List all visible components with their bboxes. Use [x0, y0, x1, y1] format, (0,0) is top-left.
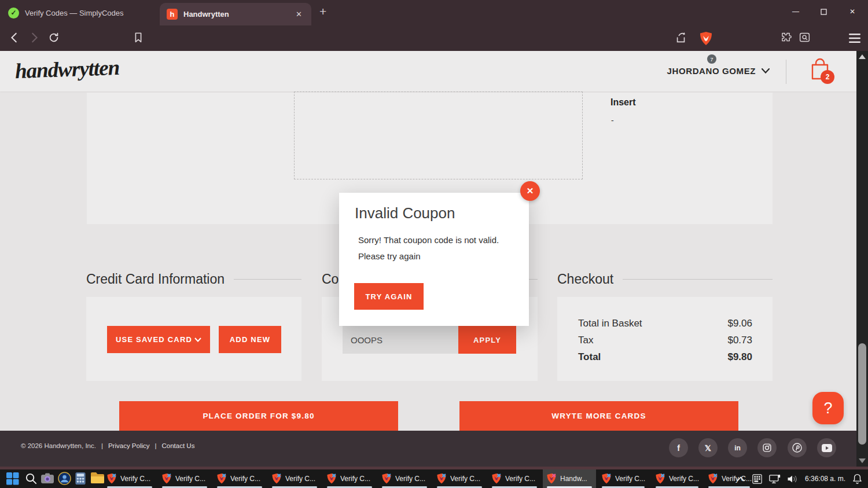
- header-separator: [786, 60, 786, 84]
- extensions-button[interactable]: [780, 31, 792, 43]
- tab-handwrytten[interactable]: h Handwrytten ✕: [160, 3, 311, 25]
- scroll-down-arrow[interactable]: [859, 458, 866, 463]
- contact-us-link[interactable]: Contact Us: [162, 442, 195, 449]
- footer-separator: |: [155, 442, 157, 449]
- modal-close-button[interactable]: ✕: [520, 181, 540, 201]
- share-button[interactable]: [675, 31, 687, 44]
- window-title: Verify C...: [669, 475, 699, 483]
- reload-icon: [47, 31, 60, 44]
- ime-grid-icon[interactable]: [752, 474, 762, 484]
- row-label: Tax: [578, 332, 593, 348]
- taskbar-window-button[interactable]: Verify C...: [598, 469, 649, 488]
- taskbar-window-button[interactable]: Verify C...: [488, 469, 541, 488]
- taskbar-window-button[interactable]: Verify C...: [323, 469, 376, 488]
- tray-expand-icon[interactable]: [737, 476, 745, 482]
- network-icon[interactable]: [769, 474, 781, 484]
- place-order-button[interactable]: PLACE ORDER FOR $9.80: [119, 401, 398, 431]
- window-close-button[interactable]: ✕: [839, 0, 866, 23]
- user-name: JHORDANO GOMEZ: [667, 66, 756, 76]
- linkedin-icon[interactable]: in: [728, 438, 747, 457]
- taskbar-window-button-active[interactable]: Handw...: [543, 469, 596, 488]
- insert-value: -: [611, 116, 614, 125]
- privacy-policy-link[interactable]: Privacy Policy: [108, 442, 150, 449]
- calculator-icon: [75, 472, 86, 485]
- window-title: Verify C...: [450, 475, 480, 483]
- camera-app-button[interactable]: [41, 472, 54, 485]
- menu-button[interactable]: [848, 33, 861, 43]
- bookmark-button[interactable]: [132, 31, 145, 44]
- cart-count-badge: 2: [821, 70, 834, 84]
- instagram-glyph: [762, 443, 772, 453]
- new-tab-button[interactable]: +: [319, 5, 326, 19]
- youtube-glyph: [822, 444, 832, 452]
- window-minimize-button[interactable]: —: [782, 0, 809, 23]
- search-panel-button[interactable]: [799, 31, 811, 43]
- reload-button[interactable]: [47, 31, 60, 44]
- facebook-icon[interactable]: f: [669, 438, 688, 457]
- help-button[interactable]: ?: [812, 392, 844, 424]
- start-button[interactable]: [6, 472, 19, 485]
- write-more-cards-button[interactable]: WRYTE MORE CARDS: [459, 401, 738, 431]
- forward-button[interactable]: [28, 31, 41, 44]
- handwrytten-logo[interactable]: handwrytten: [14, 55, 120, 83]
- taskbar-window-button[interactable]: Verify C...: [378, 469, 431, 488]
- windows-logo-icon: [6, 472, 19, 485]
- brave-window-icon: [271, 473, 282, 485]
- clock[interactable]: 6:36:08 a. m.: [805, 475, 845, 483]
- try-again-button[interactable]: TRY AGAIN: [354, 283, 424, 310]
- row-value: $9.06: [727, 315, 752, 332]
- account-app-button[interactable]: [58, 472, 71, 485]
- add-new-button[interactable]: ADD NEW: [219, 326, 281, 353]
- use-saved-card-label: USE SAVED CARD: [116, 335, 192, 344]
- brave-window-icon: [491, 473, 502, 485]
- checkout-panel: Total in Basket $9.06 Tax $0.73 Total $9…: [557, 297, 773, 381]
- user-menu[interactable]: JHORDANO GOMEZ: [667, 66, 770, 76]
- scroll-up-arrow[interactable]: [859, 54, 866, 59]
- calculator-app-button[interactable]: [75, 472, 86, 485]
- taskbar-window-button[interactable]: Verify C...: [652, 469, 703, 488]
- row-label: Total: [578, 348, 601, 365]
- taskbar-window-button[interactable]: Verify C...: [158, 469, 211, 488]
- shield-count-badge: 7: [707, 54, 716, 64]
- row-value: $0.73: [727, 332, 752, 348]
- taskbar-window-button[interactable]: Verify C...: [433, 469, 486, 488]
- share-icon: [675, 31, 687, 44]
- taskbar-window-button[interactable]: Verify C...: [213, 469, 266, 488]
- heading-rule: [623, 279, 773, 280]
- brave-window-icon: [216, 473, 227, 485]
- page-content: handwrytten JHORDANO GOMEZ 2 Insert - Cr…: [0, 51, 856, 431]
- use-saved-card-button[interactable]: USE SAVED CARD: [107, 326, 210, 353]
- brave-window-icon: [381, 473, 392, 485]
- copyright-text: © 2026 Handwrytten, Inc.: [21, 442, 96, 449]
- brave-window-icon: [546, 473, 557, 485]
- apply-coupon-button[interactable]: APPLY: [458, 326, 516, 354]
- credit-card-heading: Credit Card Information: [86, 271, 301, 287]
- youtube-icon[interactable]: [817, 438, 836, 457]
- taskbar-search-button[interactable]: [24, 472, 38, 485]
- modal-title: Invalid Coupon: [355, 204, 455, 222]
- scrollbar-thumb[interactable]: [858, 343, 866, 445]
- brave-window-icon: [708, 473, 718, 485]
- window-title: Verify C...: [395, 475, 425, 483]
- x-icon[interactable]: 𝕏: [698, 438, 718, 457]
- site-footer: © 2026 Handwrytten, Inc. | Privacy Polic…: [0, 431, 856, 467]
- card-drop-area[interactable]: [294, 91, 583, 179]
- taskbar-window-button[interactable]: Verify C...: [268, 469, 321, 488]
- extensions-puzzle-icon: [780, 31, 792, 43]
- back-button[interactable]: [8, 31, 21, 44]
- chevron-down-icon: [194, 337, 201, 342]
- pinterest-icon[interactable]: [788, 438, 807, 457]
- window-title: Verify C...: [175, 475, 205, 483]
- notifications-bell-icon[interactable]: [852, 474, 862, 484]
- credit-card-panel: USE SAVED CARD ADD NEW: [86, 297, 301, 381]
- coupon-code-input[interactable]: [343, 326, 458, 354]
- brave-shield-button[interactable]: [699, 31, 713, 46]
- volume-icon[interactable]: [786, 474, 798, 484]
- tab-close-icon[interactable]: ✕: [293, 9, 304, 20]
- taskbar-window-button[interactable]: Verify C...: [103, 469, 156, 488]
- heading-rule: [234, 279, 301, 280]
- instagram-icon[interactable]: [757, 438, 777, 457]
- window-maximize-button[interactable]: [810, 0, 837, 23]
- page-scrollbar[interactable]: [856, 51, 868, 467]
- tab-simplycodes[interactable]: ✓ Verify Codes — SimplyCodes: [8, 0, 153, 25]
